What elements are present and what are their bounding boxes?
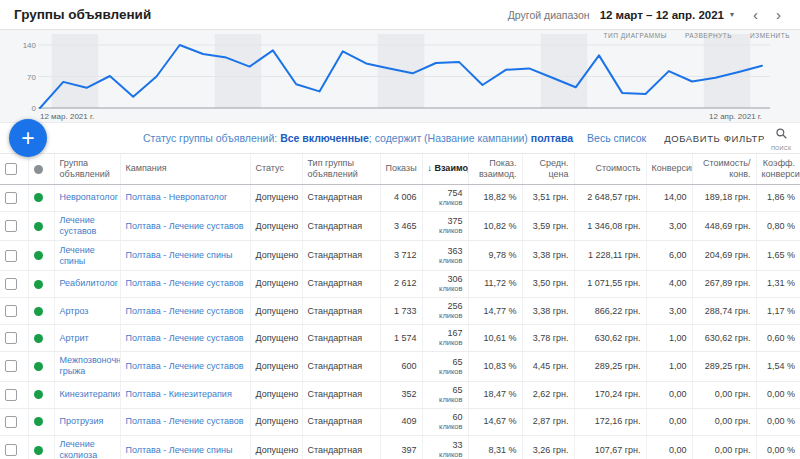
ad-group-link[interactable]: Невропатолог [60, 192, 118, 202]
campaign-link[interactable]: Полтава - Невропатолог [126, 192, 228, 202]
view-all-link[interactable]: Весь список [587, 132, 646, 144]
cell-select[interactable] [0, 184, 28, 211]
row-checkbox[interactable] [5, 278, 17, 290]
cell-campaign: Полтава - Лечение суставов [120, 408, 250, 435]
ad-group-link[interactable]: Лечение сколиоза [60, 439, 98, 459]
chevron-down-icon[interactable]: ▾ [730, 10, 734, 19]
column-header-conversions[interactable]: Конверсии [646, 154, 692, 184]
chart-control-2[interactable]: ИЗМЕНИТЬ [750, 32, 790, 39]
row-checkbox[interactable] [5, 444, 17, 456]
ad-group-link[interactable]: Межпозвоночна грыжа [60, 355, 121, 376]
column-header-status[interactable]: Статус [250, 154, 302, 184]
ad-group-link[interactable]: Лечение суставов [60, 215, 97, 236]
add-button[interactable]: + [9, 119, 47, 157]
cell-status-dot[interactable] [28, 381, 54, 408]
cell-interaction-rate: 8,31 % [468, 435, 522, 459]
поиск-tool[interactable]: ПОИСК [765, 126, 797, 151]
cell-cost-per-conv: 630,62 грн. [692, 324, 756, 351]
search-icon [775, 126, 788, 144]
campaign-link[interactable]: Полтава - Лечение суставов [126, 361, 244, 371]
cell-avg-price: 4,45 грн. [522, 351, 574, 381]
date-range-value[interactable]: 12 март – 12 апр. 2021 [600, 9, 724, 21]
chart-control-0[interactable]: ТИП ДИАГРАММЫ [604, 32, 667, 39]
cell-status-dot[interactable] [28, 211, 54, 241]
cell-impressions: 409 [380, 408, 422, 435]
cell-cost-per-conv: 267,89 грн. [692, 270, 756, 297]
row-checkbox[interactable] [5, 416, 17, 428]
row-checkbox[interactable] [5, 250, 17, 262]
enabled-status-icon [34, 390, 43, 399]
enabled-status-icon [34, 417, 43, 426]
table-row: КинезитерапияПолтава - КинезитерапияДопу… [0, 381, 800, 408]
prev-period-button[interactable]: ‹ [744, 7, 767, 22]
row-checkbox[interactable] [5, 305, 17, 317]
column-header-interactions[interactable]: ↓ Взаимоде [422, 154, 468, 184]
cell-select[interactable] [0, 351, 28, 381]
filter-bar: Статус группы объявлений: Все включенные… [0, 123, 800, 154]
cell-select[interactable] [0, 297, 28, 324]
cell-select[interactable] [0, 435, 28, 459]
cell-impressions: 1 733 [380, 297, 422, 324]
campaign-link[interactable]: Полтава - Кинезитерапия [126, 389, 232, 399]
ad-group-link[interactable]: Протрузия [60, 416, 104, 426]
next-period-button[interactable]: › [767, 7, 790, 22]
campaign-link[interactable]: Полтава - Лечение суставов [126, 416, 244, 426]
filter-conditions[interactable]: Статус группы объявлений: Все включенные… [143, 132, 573, 144]
column-header-interaction_rate[interactable]: Показ. взаимод. [468, 154, 522, 184]
campaign-link[interactable]: Полтава - Лечение суставов [126, 333, 244, 343]
cell-select[interactable] [0, 270, 28, 297]
cell-status-dot[interactable] [28, 270, 54, 297]
column-header-campaign[interactable]: Кампания [120, 154, 250, 184]
campaign-link[interactable]: Полтава - Лечение спины [126, 250, 233, 260]
column-header-avg_price[interactable]: Средн. цена [522, 154, 574, 184]
cell-conversions: 4,00 [646, 270, 692, 297]
cell-status-dot[interactable] [28, 297, 54, 324]
cell-status-dot[interactable] [28, 184, 54, 211]
enabled-status-icon [34, 222, 43, 231]
cell-select[interactable] [0, 381, 28, 408]
column-header-group[interactable]: Группа объявлений [54, 154, 120, 184]
ad-group-link[interactable]: Лечение спины [60, 245, 95, 266]
row-checkbox[interactable] [5, 332, 17, 344]
cell-type: Стандартная [302, 184, 380, 211]
cell-select[interactable] [0, 211, 28, 241]
cell-select[interactable] [0, 241, 28, 271]
date-range-label: Другой диапазон [508, 9, 590, 21]
cell-ad-group: Протрузия [54, 408, 120, 435]
cell-status-dot[interactable] [28, 408, 54, 435]
cell-type: Стандартная [302, 324, 380, 351]
cell-select[interactable] [0, 324, 28, 351]
cell-select[interactable] [0, 408, 28, 435]
cell-avg-price: 3,26 грн. [522, 435, 574, 459]
cell-status-dot[interactable] [28, 324, 54, 351]
chart-control-1[interactable]: РАЗВЕРНУТЬ [685, 32, 732, 39]
column-header-cost_per_conv[interactable]: Стоимость/ конв. [692, 154, 756, 184]
cell-status-dot[interactable] [28, 351, 54, 381]
row-checkbox[interactable] [5, 360, 17, 372]
row-checkbox[interactable] [5, 192, 17, 204]
ad-group-link[interactable]: Реабилитолог [60, 278, 119, 288]
column-header-conv_rate[interactable]: Коэфф. конверсии [756, 154, 800, 184]
cell-status-dot[interactable] [28, 241, 54, 271]
campaign-link[interactable]: Полтава - Лечение спины [126, 445, 233, 455]
row-checkbox[interactable] [5, 220, 17, 232]
ad-group-link[interactable]: Артроз [60, 306, 89, 316]
row-checkbox[interactable] [5, 389, 17, 401]
select-all-checkbox[interactable] [5, 163, 17, 175]
cell-conv-rate: 0,60 % [756, 324, 800, 351]
ad-group-link[interactable]: Кинезитерапия [60, 389, 121, 399]
cell-status-dot[interactable] [28, 435, 54, 459]
column-header-impressions[interactable]: Показы [380, 154, 422, 184]
column-header-type[interactable]: Тип группы объявлений [302, 154, 380, 184]
campaign-link[interactable]: Полтава - Лечение суставов [126, 306, 244, 316]
column-header-cost[interactable]: Стоимость [574, 154, 646, 184]
ad-group-link[interactable]: Артрит [60, 333, 89, 343]
select-all-header[interactable] [0, 154, 28, 184]
cell-interactions: 363кликов [422, 241, 468, 271]
add-filter-button[interactable]: ДОБАВИТЬ ФИЛЬТР [664, 133, 765, 144]
cell-type: Стандартная [302, 408, 380, 435]
campaign-link[interactable]: Полтава - Лечение суставов [126, 221, 244, 231]
cell-cost-per-conv: 204,69 грн. [692, 241, 756, 271]
ad-groups-page: Группы объявлений Другой диапазон 12 мар… [0, 0, 800, 459]
campaign-link[interactable]: Полтава - Лечение суставов [126, 278, 244, 288]
